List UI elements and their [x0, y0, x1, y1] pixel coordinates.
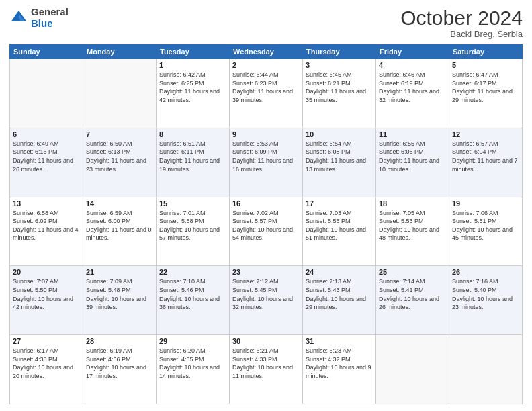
calendar-day-cell: 24Sunrise: 7:13 AM Sunset: 5:43 PM Dayli…	[303, 266, 376, 335]
day-info: Sunrise: 6:50 AM Sunset: 6:13 PM Dayligh…	[86, 140, 153, 173]
logo: General Blue	[9, 7, 69, 29]
day-info: Sunrise: 6:23 AM Sunset: 4:32 PM Dayligh…	[306, 347, 373, 380]
day-info: Sunrise: 7:06 AM Sunset: 5:51 PM Dayligh…	[452, 209, 519, 242]
day-number: 9	[232, 130, 300, 138]
calendar-day-cell: 11Sunrise: 6:55 AM Sunset: 6:06 PM Dayli…	[376, 128, 449, 197]
day-info: Sunrise: 6:49 AM Sunset: 6:15 PM Dayligh…	[13, 140, 80, 173]
day-number: 18	[379, 199, 446, 208]
day-info: Sunrise: 6:19 AM Sunset: 4:36 PM Dayligh…	[86, 347, 153, 380]
day-number: 1	[159, 61, 226, 69]
day-info: Sunrise: 6:47 AM Sunset: 6:17 PM Dayligh…	[452, 71, 519, 104]
calendar-day-cell: 17Sunrise: 7:03 AM Sunset: 5:55 PM Dayli…	[303, 197, 376, 266]
calendar-week-row: 20Sunrise: 7:07 AM Sunset: 5:50 PM Dayli…	[10, 266, 523, 335]
calendar-day-cell: 3Sunrise: 6:45 AM Sunset: 6:21 PM Daylig…	[303, 59, 376, 128]
calendar-day-cell: 30Sunrise: 6:21 AM Sunset: 4:33 PM Dayli…	[230, 335, 303, 404]
day-number: 15	[159, 199, 226, 208]
calendar-col-header: Sunday	[10, 45, 83, 59]
day-number: 27	[13, 337, 80, 345]
calendar-day-cell: 22Sunrise: 7:10 AM Sunset: 5:46 PM Dayli…	[157, 266, 230, 335]
calendar-day-cell: 14Sunrise: 6:59 AM Sunset: 6:00 PM Dayli…	[83, 197, 157, 266]
calendar-day-cell: 20Sunrise: 7:07 AM Sunset: 5:50 PM Dayli…	[10, 266, 83, 335]
calendar-day-cell: 29Sunrise: 6:20 AM Sunset: 4:35 PM Dayli…	[157, 335, 230, 404]
calendar-day-cell: 9Sunrise: 6:53 AM Sunset: 6:09 PM Daylig…	[230, 128, 303, 197]
page: General Blue October 2024 Backi Breg, Se…	[0, 0, 532, 411]
day-number: 26	[452, 268, 519, 276]
logo-icon	[9, 9, 28, 28]
calendar-day-cell: 4Sunrise: 6:46 AM Sunset: 6:19 PM Daylig…	[376, 59, 449, 128]
day-number: 21	[86, 268, 153, 276]
calendar-week-row: 13Sunrise: 6:58 AM Sunset: 6:02 PM Dayli…	[10, 197, 523, 266]
calendar-day-cell: 25Sunrise: 7:14 AM Sunset: 5:41 PM Dayli…	[376, 266, 449, 335]
day-info: Sunrise: 7:13 AM Sunset: 5:43 PM Dayligh…	[306, 277, 373, 311]
month-title: October 2024	[400, 7, 523, 29]
day-number: 28	[86, 337, 153, 345]
calendar-day-cell: 26Sunrise: 7:16 AM Sunset: 5:40 PM Dayli…	[449, 266, 523, 335]
day-info: Sunrise: 7:09 AM Sunset: 5:48 PM Dayligh…	[86, 277, 153, 311]
calendar-day-cell	[449, 335, 523, 404]
location: Backi Breg, Serbia	[400, 29, 523, 39]
day-number: 25	[379, 268, 446, 276]
calendar-week-row: 27Sunrise: 6:17 AM Sunset: 4:38 PM Dayli…	[10, 335, 523, 404]
calendar-day-cell: 23Sunrise: 7:12 AM Sunset: 5:45 PM Dayli…	[230, 266, 303, 335]
day-info: Sunrise: 6:55 AM Sunset: 6:06 PM Dayligh…	[379, 140, 446, 173]
calendar-day-cell: 6Sunrise: 6:49 AM Sunset: 6:15 PM Daylig…	[10, 128, 83, 197]
title-area: October 2024 Backi Breg, Serbia	[400, 7, 523, 39]
day-info: Sunrise: 7:14 AM Sunset: 5:41 PM Dayligh…	[379, 277, 446, 311]
logo-blue: Blue	[31, 17, 53, 29]
calendar-day-cell: 21Sunrise: 7:09 AM Sunset: 5:48 PM Dayli…	[83, 266, 157, 335]
calendar-day-cell: 5Sunrise: 6:47 AM Sunset: 6:17 PM Daylig…	[449, 59, 523, 128]
day-number: 24	[306, 268, 373, 276]
calendar-day-cell	[83, 59, 157, 128]
day-info: Sunrise: 7:12 AM Sunset: 5:45 PM Dayligh…	[232, 277, 300, 311]
calendar-day-cell: 8Sunrise: 6:51 AM Sunset: 6:11 PM Daylig…	[157, 128, 230, 197]
day-number: 3	[306, 61, 373, 69]
day-number: 13	[13, 199, 80, 208]
day-info: Sunrise: 6:51 AM Sunset: 6:11 PM Dayligh…	[159, 140, 226, 173]
day-number: 6	[13, 130, 80, 138]
calendar-col-header: Wednesday	[230, 45, 303, 59]
day-number: 11	[379, 130, 446, 138]
day-number: 23	[232, 268, 300, 276]
calendar-col-header: Friday	[376, 45, 449, 59]
day-info: Sunrise: 6:53 AM Sunset: 6:09 PM Dayligh…	[232, 140, 300, 173]
day-number: 12	[452, 130, 519, 138]
calendar-day-cell	[10, 59, 83, 128]
day-info: Sunrise: 7:03 AM Sunset: 5:55 PM Dayligh…	[306, 209, 373, 242]
logo-general: General	[31, 6, 69, 17]
header: General Blue October 2024 Backi Breg, Se…	[9, 7, 523, 39]
day-number: 17	[306, 199, 373, 208]
day-number: 8	[159, 130, 226, 138]
calendar-day-cell: 15Sunrise: 7:01 AM Sunset: 5:58 PM Dayli…	[157, 197, 230, 266]
calendar-day-cell: 31Sunrise: 6:23 AM Sunset: 4:32 PM Dayli…	[303, 335, 376, 404]
calendar-col-header: Saturday	[449, 45, 523, 59]
calendar-week-row: 6Sunrise: 6:49 AM Sunset: 6:15 PM Daylig…	[10, 128, 523, 197]
day-info: Sunrise: 7:07 AM Sunset: 5:50 PM Dayligh…	[13, 277, 80, 311]
calendar-day-cell	[376, 335, 449, 404]
day-number: 22	[159, 268, 226, 276]
day-info: Sunrise: 7:01 AM Sunset: 5:58 PM Dayligh…	[159, 209, 226, 242]
calendar-day-cell: 13Sunrise: 6:58 AM Sunset: 6:02 PM Dayli…	[10, 197, 83, 266]
calendar-col-header: Monday	[83, 45, 157, 59]
day-number: 29	[159, 337, 226, 345]
calendar-day-cell: 27Sunrise: 6:17 AM Sunset: 4:38 PM Dayli…	[10, 335, 83, 404]
day-info: Sunrise: 7:02 AM Sunset: 5:57 PM Dayligh…	[232, 209, 300, 242]
calendar-day-cell: 7Sunrise: 6:50 AM Sunset: 6:13 PM Daylig…	[83, 128, 157, 197]
logo-text: General Blue	[31, 7, 69, 29]
calendar-day-cell: 16Sunrise: 7:02 AM Sunset: 5:57 PM Dayli…	[230, 197, 303, 266]
day-number: 4	[379, 61, 446, 69]
day-number: 30	[232, 337, 300, 345]
calendar-day-cell: 28Sunrise: 6:19 AM Sunset: 4:36 PM Dayli…	[83, 335, 157, 404]
calendar-day-cell: 2Sunrise: 6:44 AM Sunset: 6:23 PM Daylig…	[230, 59, 303, 128]
day-info: Sunrise: 7:05 AM Sunset: 5:53 PM Dayligh…	[379, 209, 446, 242]
day-info: Sunrise: 6:45 AM Sunset: 6:21 PM Dayligh…	[306, 71, 373, 104]
day-number: 2	[232, 61, 300, 69]
calendar-col-header: Thursday	[303, 45, 376, 59]
day-number: 14	[86, 199, 153, 208]
day-number: 7	[86, 130, 153, 138]
day-info: Sunrise: 7:10 AM Sunset: 5:46 PM Dayligh…	[159, 277, 226, 311]
calendar-day-cell: 18Sunrise: 7:05 AM Sunset: 5:53 PM Dayli…	[376, 197, 449, 266]
calendar-col-header: Tuesday	[157, 45, 230, 59]
day-info: Sunrise: 7:16 AM Sunset: 5:40 PM Dayligh…	[452, 277, 519, 311]
calendar-day-cell: 12Sunrise: 6:57 AM Sunset: 6:04 PM Dayli…	[449, 128, 523, 197]
day-number: 19	[452, 199, 519, 208]
